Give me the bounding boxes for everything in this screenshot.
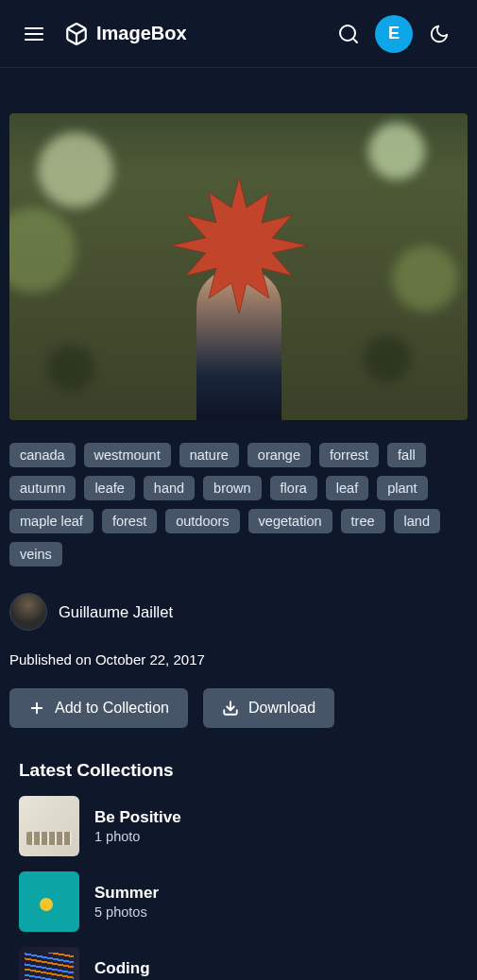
tag-leaf[interactable]: leaf — [326, 476, 368, 500]
tag-outdoors[interactable]: outdoors — [165, 509, 239, 533]
tag-maple-leaf[interactable]: maple leaf — [9, 509, 94, 533]
tag-brown[interactable]: brown — [203, 476, 262, 500]
box-icon — [64, 22, 89, 46]
user-avatar[interactable]: E — [375, 15, 413, 53]
collection-text: Be Positive1 photo — [94, 808, 181, 844]
tag-vegetation[interactable]: vegetation — [248, 509, 332, 533]
author-avatar[interactable] — [9, 593, 47, 631]
search-button[interactable] — [330, 15, 367, 53]
tag-forest[interactable]: forest — [102, 509, 157, 533]
tag-canada[interactable]: canada — [9, 443, 76, 467]
theme-toggle[interactable] — [420, 15, 458, 53]
svg-line-5 — [353, 38, 357, 42]
hero-image[interactable] — [9, 113, 468, 420]
action-buttons: Add to Collection Download — [9, 688, 468, 728]
maple-leaf-in-photo — [163, 170, 315, 321]
hamburger-icon — [23, 23, 45, 45]
collection-title: Summer — [94, 884, 159, 903]
moon-icon — [429, 24, 450, 44]
tag-tree[interactable]: tree — [341, 509, 385, 533]
tag-hand[interactable]: hand — [144, 476, 195, 500]
download-button[interactable]: Download — [203, 688, 334, 728]
menu-button[interactable] — [19, 19, 49, 49]
download-icon — [222, 700, 239, 717]
collection-title: Be Positive — [94, 808, 181, 827]
tag-land[interactable]: land — [394, 509, 440, 533]
tag-flora[interactable]: flora — [270, 476, 317, 500]
collections-list: Be Positive1 photoSummer5 photosCoding6 … — [9, 796, 468, 980]
tag-fall[interactable]: fall — [387, 443, 426, 467]
tag-westmount[interactable]: westmount — [84, 443, 171, 467]
tag-orange[interactable]: orange — [247, 443, 311, 467]
latest-collections-title: Latest Collections — [19, 760, 468, 781]
collection-count: 1 photo — [94, 829, 181, 844]
tag-veins[interactable]: veins — [9, 542, 62, 566]
collection-text: Coding6 photos — [94, 959, 150, 980]
tag-plant[interactable]: plant — [377, 476, 427, 500]
brand-logo[interactable]: ImageBox — [64, 22, 187, 46]
collection-item[interactable]: Summer5 photos — [19, 871, 468, 932]
author-name[interactable]: Guillaume Jaillet — [59, 603, 173, 621]
main-content: canadawestmountnatureorangeforrestfallau… — [0, 68, 477, 980]
search-icon — [337, 23, 360, 45]
tag-nature[interactable]: nature — [179, 443, 239, 467]
collection-thumbnail — [19, 796, 79, 856]
collection-item[interactable]: Be Positive1 photo — [19, 796, 468, 856]
collection-thumbnail — [19, 871, 79, 932]
add-button-label: Add to Collection — [55, 700, 169, 717]
collection-count: 5 photos — [94, 904, 159, 920]
download-button-label: Download — [248, 700, 315, 717]
tag-list: canadawestmountnatureorangeforrestfallau… — [9, 443, 468, 566]
collection-title: Coding — [94, 959, 150, 978]
brand-name: ImageBox — [96, 23, 187, 44]
app-header: ImageBox E — [0, 0, 477, 68]
avatar-initial: E — [388, 24, 400, 43]
tag-forrest[interactable]: forrest — [319, 443, 379, 467]
tag-leafe[interactable]: leafe — [84, 476, 134, 500]
tag-autumn[interactable]: autumn — [9, 476, 76, 500]
collection-thumbnail — [19, 947, 79, 980]
collection-text: Summer5 photos — [94, 884, 159, 920]
add-to-collection-button[interactable]: Add to Collection — [9, 688, 188, 728]
author-row: Guillaume Jaillet — [9, 593, 468, 631]
collection-item[interactable]: Coding6 photos — [19, 947, 468, 980]
plus-icon — [28, 700, 45, 717]
publish-date: Published on October 22, 2017 — [9, 651, 468, 667]
